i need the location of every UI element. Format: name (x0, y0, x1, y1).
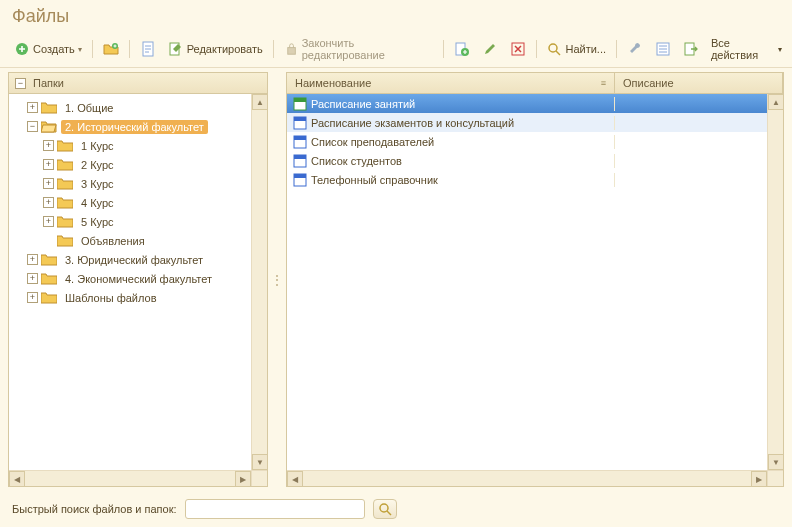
file-row[interactable]: Список студентов (287, 151, 783, 170)
tree-node-label: 1. Общие (61, 101, 117, 115)
file-row[interactable]: Расписание занятий (287, 94, 783, 113)
scroll-right-icon[interactable]: ▶ (235, 471, 251, 486)
document-icon (293, 154, 307, 168)
file-row[interactable]: Расписание экзаментов и консультаций (287, 113, 783, 132)
folder-tree[interactable]: +1. Общие−2. Исторический факультет+1 Ку… (9, 94, 267, 311)
finish-edit-button[interactable]: Закончить редактирование (280, 35, 437, 63)
edit-label: Редактировать (187, 43, 263, 55)
file-name: Список студентов (311, 155, 402, 167)
document-button[interactable] (136, 39, 160, 59)
expander-icon[interactable]: + (27, 292, 38, 303)
folder-icon (57, 158, 73, 171)
expander-icon[interactable]: + (43, 197, 54, 208)
expander-icon[interactable]: + (43, 140, 54, 151)
svg-rect-18 (294, 155, 306, 159)
folder-plus-icon (103, 41, 119, 57)
svg-rect-14 (294, 117, 306, 121)
separator (129, 40, 130, 58)
column-desc-label: Описание (623, 77, 674, 89)
scroll-up-icon[interactable]: ▲ (768, 94, 783, 110)
wrench-button[interactable] (623, 39, 647, 59)
folder-icon (41, 291, 57, 304)
tree-node[interactable]: +4 Курс (11, 193, 265, 212)
scrollbar-vertical[interactable]: ▲ ▼ (251, 94, 267, 470)
tree-node[interactable]: +4. Экономический факультет (11, 269, 265, 288)
edit-button[interactable]: Редактировать (164, 39, 267, 59)
tree-node-label: Объявления (77, 234, 149, 248)
expander-icon[interactable]: + (43, 216, 54, 227)
tree-node[interactable]: +3. Юридический факультет (11, 250, 265, 269)
svg-point-8 (549, 44, 557, 52)
scroll-left-icon[interactable]: ◀ (9, 471, 25, 486)
scroll-left-icon[interactable]: ◀ (287, 471, 303, 486)
tree-node[interactable]: +1 Курс (11, 136, 265, 155)
tree-node[interactable]: −2. Исторический факультет (11, 117, 265, 136)
scroll-corner (767, 470, 783, 486)
find-label: Найти... (565, 43, 606, 55)
folder-icon (41, 272, 57, 285)
dropdown-arrow-icon: ▾ (78, 45, 82, 54)
tree-node[interactable]: +Шаблоны файлов (11, 288, 265, 307)
column-name[interactable]: Наименование ≡ (287, 73, 615, 93)
add-file-button[interactable] (450, 39, 474, 59)
scroll-up-icon[interactable]: ▲ (252, 94, 267, 110)
tree-root-label: Папки (33, 77, 64, 89)
folder-icon (57, 139, 73, 152)
tree-node[interactable]: Объявления (11, 231, 265, 250)
pencil-button[interactable] (478, 39, 502, 59)
tree-node[interactable]: +3 Курс (11, 174, 265, 193)
folder-tree-panel: − Папки +1. Общие−2. Исторический факуль… (8, 72, 268, 487)
delete-button[interactable] (506, 39, 530, 59)
create-button[interactable]: Создать ▾ (10, 39, 86, 59)
scrollbar-vertical[interactable]: ▲ ▼ (767, 94, 783, 470)
search-icon (546, 41, 562, 57)
collapse-icon[interactable]: − (15, 78, 26, 89)
expander-icon[interactable]: + (27, 102, 38, 113)
document-icon (140, 41, 156, 57)
document-icon (293, 116, 307, 130)
list-button[interactable] (651, 39, 675, 59)
separator (273, 40, 274, 58)
scrollbar-horizontal[interactable]: ◀ ▶ (9, 470, 251, 486)
file-plus-icon (454, 41, 470, 57)
document-icon (293, 135, 307, 149)
folder-icon (57, 234, 73, 247)
footer: Быстрый поиск файлов и папок: (0, 491, 792, 527)
delete-icon (510, 41, 526, 57)
search-input[interactable] (185, 499, 365, 519)
plus-circle-icon (14, 41, 30, 57)
grid-header: Наименование ≡ Описание (287, 73, 783, 94)
column-desc[interactable]: Описание (615, 73, 783, 93)
find-button[interactable]: Найти... (542, 39, 610, 59)
search-button[interactable] (373, 499, 397, 519)
tree-node-label: 5 Курс (77, 215, 118, 229)
tree-node[interactable]: +2 Курс (11, 155, 265, 174)
file-list-panel: Наименование ≡ Описание Расписание занят… (286, 72, 784, 487)
expander-icon[interactable]: + (43, 178, 54, 189)
scroll-down-icon[interactable]: ▼ (768, 454, 783, 470)
expander-icon[interactable]: − (27, 121, 38, 132)
expander-icon[interactable]: + (27, 254, 38, 265)
scroll-right-icon[interactable]: ▶ (751, 471, 767, 486)
file-grid[interactable]: Расписание занятийРасписание экзаментов … (287, 94, 783, 189)
column-name-label: Наименование (295, 77, 371, 89)
tree-header[interactable]: − Папки (9, 73, 267, 94)
new-folder-button[interactable] (99, 39, 123, 59)
expander-icon[interactable]: + (43, 159, 54, 170)
file-row[interactable]: Телефонный справочник (287, 170, 783, 189)
tree-node[interactable]: +1. Общие (11, 98, 265, 117)
splitter-handle[interactable] (274, 72, 280, 487)
scroll-down-icon[interactable]: ▼ (252, 454, 267, 470)
tree-node-label: 1 Курс (77, 139, 118, 153)
export-button[interactable] (679, 39, 703, 59)
document-icon (293, 173, 307, 187)
expander-icon[interactable]: + (27, 273, 38, 284)
svg-rect-20 (294, 174, 306, 178)
all-actions-button[interactable]: Все действия ▾ (711, 37, 782, 61)
tree-node[interactable]: +5 Курс (11, 212, 265, 231)
tree-node-label: 2. Исторический факультет (61, 120, 208, 134)
window-title: Файлы (0, 0, 792, 31)
file-name: Расписание экзаментов и консультаций (311, 117, 514, 129)
file-row[interactable]: Список преподавателей (287, 132, 783, 151)
scrollbar-horizontal[interactable]: ◀ ▶ (287, 470, 767, 486)
